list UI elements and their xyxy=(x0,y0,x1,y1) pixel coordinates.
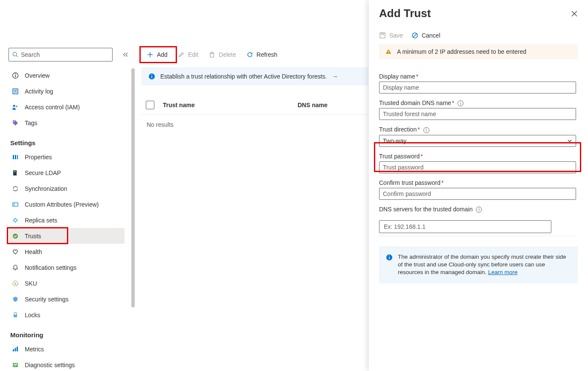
sidebar-item-replica-sets[interactable]: Replica sets xyxy=(9,212,125,228)
table-header: Trust name DNS name xyxy=(142,101,368,115)
warning-icon xyxy=(385,48,392,55)
properties-icon xyxy=(12,154,19,161)
info-banner[interactable]: Establish a trust relationship with othe… xyxy=(142,67,368,85)
cancel-label: Cancel xyxy=(422,32,440,39)
dns-name-input[interactable] xyxy=(379,108,576,120)
learn-more-link[interactable]: Learn more xyxy=(488,269,518,275)
sidebar-item-label: Properties xyxy=(25,154,52,161)
edit-label: Edit xyxy=(188,51,198,58)
svg-point-10 xyxy=(14,121,14,122)
sidebar-item-security-settings[interactable]: Security settings xyxy=(9,291,125,307)
trust-direction-label: Trust direction* i xyxy=(379,126,578,133)
sidebar-item-label: Tags xyxy=(25,120,38,126)
sidebar-item-label: Health xyxy=(25,248,42,255)
svg-rect-24 xyxy=(13,349,14,351)
diagnostic-icon xyxy=(12,362,19,368)
sidebar-item-activity-log[interactable]: Activity log xyxy=(9,83,125,99)
sidebar-item-label: Security settings xyxy=(25,296,69,303)
refresh-icon xyxy=(246,51,253,58)
info-icon[interactable]: i xyxy=(458,100,463,106)
svg-text:$: $ xyxy=(14,282,17,286)
svg-rect-23 xyxy=(14,315,17,317)
sidebar-item-label: Activity log xyxy=(25,88,53,95)
divider xyxy=(379,236,576,236)
close-button[interactable] xyxy=(571,10,578,17)
lock-icon xyxy=(12,312,19,318)
sidebar-item-metrics[interactable]: Metrics xyxy=(9,341,125,357)
svg-point-8 xyxy=(13,105,15,107)
col-trust-name[interactable]: Trust name xyxy=(163,102,298,108)
sidebar-item-custom-attributes[interactable]: Custom Attributes (Preview) xyxy=(9,196,125,212)
trash-icon xyxy=(209,51,215,58)
panel-title: Add Trust xyxy=(379,7,431,20)
sidebar-item-diagnostic-settings[interactable]: Diagnostic settings xyxy=(9,357,125,371)
sidebar-item-secure-ldap[interactable]: Secure LDAP xyxy=(9,165,125,181)
add-button[interactable]: Add xyxy=(142,48,173,61)
col-dns-name[interactable]: DNS name xyxy=(298,102,368,108)
sidebar-item-notification-settings[interactable]: Notification settings xyxy=(9,260,125,275)
plus-icon xyxy=(147,51,154,58)
search-input[interactable] xyxy=(21,51,109,58)
display-name-input[interactable] xyxy=(379,82,576,93)
info-icon[interactable]: i xyxy=(423,127,429,133)
search-box[interactable] xyxy=(9,48,113,61)
sidebar-item-label: Trusts xyxy=(25,233,41,240)
people-icon xyxy=(12,104,19,111)
svg-rect-26 xyxy=(17,347,18,351)
info-text: The administrator of the domain you spec… xyxy=(398,254,566,275)
cancel-button[interactable]: Cancel xyxy=(411,32,440,39)
warning-text: A minimum of 2 IP addresses need to be e… xyxy=(397,48,526,55)
sidebar-item-access-control[interactable]: Access control (IAM) xyxy=(9,99,125,115)
sidebar-item-overview[interactable]: Overview xyxy=(9,67,125,83)
info-icon xyxy=(12,72,19,79)
sidebar-item-label: Overview xyxy=(25,72,49,79)
svg-line-1 xyxy=(16,56,17,57)
save-icon xyxy=(379,32,386,39)
svg-rect-30 xyxy=(210,53,214,57)
sidebar-item-label: Access control (IAM) xyxy=(25,104,80,111)
trust-password-input[interactable] xyxy=(379,161,576,173)
edit-button[interactable]: Edit xyxy=(173,48,203,61)
collapse-sidebar-button[interactable] xyxy=(121,50,130,59)
refresh-button[interactable]: Refresh xyxy=(241,48,283,61)
cancel-icon xyxy=(411,32,418,39)
svg-point-9 xyxy=(16,105,17,107)
sidebar-item-sku[interactable]: $ SKU xyxy=(9,275,125,291)
svg-point-0 xyxy=(13,52,17,56)
svg-rect-12 xyxy=(15,155,16,159)
metrics-icon xyxy=(12,346,19,353)
sidebar-section-monitoring: Monitoring xyxy=(9,323,125,341)
scrollbar-thumb[interactable] xyxy=(131,68,135,307)
sidebar-item-locks[interactable]: Locks xyxy=(9,307,125,323)
svg-rect-3 xyxy=(15,75,16,77)
sidebar-item-trusts[interactable]: Trusts xyxy=(9,228,125,244)
save-button[interactable]: Save xyxy=(379,32,403,39)
secure-ldap-icon xyxy=(12,169,19,176)
sidebar-item-label: Locks xyxy=(25,312,41,318)
sidebar-item-label: Synchronization xyxy=(25,185,67,192)
svg-rect-25 xyxy=(15,348,16,351)
trust-password-label: Trust password* xyxy=(379,153,578,160)
sidebar-item-label: Custom Attributes (Preview) xyxy=(25,201,99,208)
svg-rect-34 xyxy=(151,76,152,78)
sidebar-item-tags[interactable]: Tags xyxy=(9,115,125,131)
sidebar-item-label: SKU xyxy=(25,280,37,287)
trust-direction-select[interactable]: Two-way xyxy=(379,135,576,147)
sidebar-item-health[interactable]: Health xyxy=(9,244,125,260)
dns-servers-label: DNS servers for the trusted domain i xyxy=(379,206,578,213)
sidebar-item-label: Metrics xyxy=(25,346,44,353)
panel-info-box: The administrator of the domain you spec… xyxy=(379,246,578,283)
info-icon[interactable]: i xyxy=(476,207,482,213)
delete-button[interactable]: Delete xyxy=(203,48,241,61)
sidebar-item-synchronization[interactable]: Synchronization xyxy=(9,181,125,196)
sku-icon: $ xyxy=(12,280,19,287)
close-icon xyxy=(571,10,578,17)
svg-rect-15 xyxy=(14,171,16,172)
svg-rect-42 xyxy=(388,51,388,53)
sidebar-item-properties[interactable]: Properties xyxy=(9,149,125,165)
svg-point-4 xyxy=(15,73,16,74)
delete-label: Delete xyxy=(219,51,236,58)
dns-servers-input[interactable] xyxy=(379,220,551,233)
confirm-password-input[interactable] xyxy=(379,188,576,200)
select-all-checkbox[interactable] xyxy=(146,101,154,109)
